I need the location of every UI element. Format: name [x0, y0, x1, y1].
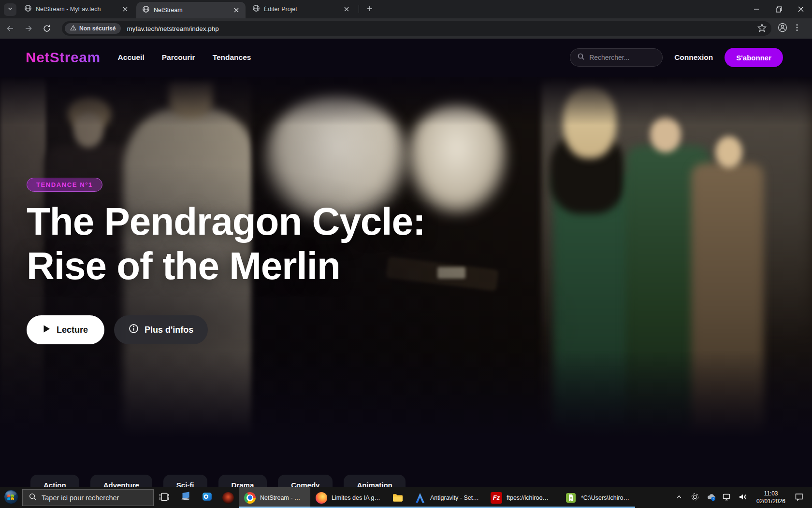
globe-favicon-icon — [24, 4, 32, 14]
taskbar-search-input[interactable] — [42, 494, 143, 502]
hero-title-line1: The Pendragon Cycle: — [27, 199, 425, 244]
tray-network-button[interactable] — [721, 487, 733, 508]
window-controls — [745, 0, 812, 18]
tab-title: NetStream - MyFav.tech — [36, 6, 117, 13]
firefox-icon — [316, 492, 327, 504]
hero-title: The Pendragon Cycle: Rise of the Merlin — [27, 199, 425, 288]
screen: NetStream - MyFav.tech NetStream Éditer … — [0, 0, 812, 508]
play-button-label: Lecture — [57, 325, 88, 335]
chrome-icon — [244, 492, 256, 504]
window-restore-button[interactable] — [768, 0, 790, 18]
security-badge[interactable]: Non sécurisé — [65, 23, 121, 34]
window-minimize-button[interactable] — [745, 0, 768, 18]
taskbar-app-filezilla[interactable]: Fz ftpes://ichiroo@m... — [485, 487, 560, 508]
filezilla-icon: Fz — [491, 492, 502, 504]
trending-badge: TENDANCE N°1 — [27, 178, 102, 192]
antigravity-icon — [414, 492, 426, 504]
nav-link-tendances[interactable]: Tendances — [213, 53, 251, 62]
toolbar-right — [777, 22, 808, 35]
site-search[interactable] — [570, 48, 663, 67]
taskbar-app-chrome[interactable]: NetStream - Googl... — [239, 487, 310, 508]
taskbar-clock[interactable]: 11:03 02/01/2026 — [753, 490, 789, 505]
tab-close-icon[interactable] — [232, 6, 241, 14]
notepadpp-icon — [565, 492, 577, 504]
tray-expand-button[interactable] — [673, 487, 685, 508]
new-tab-button[interactable] — [363, 3, 376, 16]
login-link[interactable]: Connexion — [674, 53, 713, 62]
pc-icon — [179, 491, 192, 505]
netstream-page: NetStream Accueil Parcourir Tendances Co… — [0, 39, 812, 508]
pinned-app-button[interactable] — [218, 487, 239, 508]
site-nav: Accueil Parcourir Tendances — [118, 53, 251, 62]
more-info-button-label: Plus d'infos — [145, 325, 193, 335]
forward-button[interactable] — [20, 20, 37, 37]
window-close-button[interactable] — [790, 0, 812, 18]
hero-buttons: Lecture Plus d'infos — [27, 315, 425, 344]
tray-meet-now-button[interactable] — [689, 487, 701, 508]
file-explorer-icon — [392, 492, 404, 504]
tab-netstream-myfav[interactable]: NetStream - MyFav.tech — [18, 0, 134, 18]
tab-close-icon[interactable] — [342, 5, 351, 14]
taskbar-app-label: ftpes://ichiroo@m... — [507, 494, 554, 501]
pinned-outlook-button[interactable] — [196, 487, 218, 508]
tab-separator — [359, 5, 359, 13]
play-icon — [43, 325, 50, 335]
task-view-button[interactable] — [154, 487, 175, 508]
nav-link-accueil[interactable]: Accueil — [118, 53, 145, 62]
bookmark-star-icon[interactable] — [757, 23, 767, 34]
back-button[interactable] — [2, 20, 18, 37]
play-button[interactable]: Lecture — [27, 315, 104, 344]
search-icon — [577, 53, 585, 62]
security-badge-label: Non sécurisé — [79, 25, 116, 32]
url-text: myfav.tech/netstream/index.php — [127, 25, 757, 32]
notification-center-button[interactable] — [793, 487, 805, 508]
site-logo[interactable]: NetStream — [26, 49, 101, 66]
system-tray: 11:03 02/01/2026 — [673, 487, 812, 508]
outlook-icon — [201, 491, 213, 505]
info-icon — [129, 324, 139, 336]
pinned-pc-app-button[interactable] — [175, 487, 196, 508]
task-view-icon — [159, 491, 170, 505]
hero-title-line2: Rise of the Merlin — [27, 244, 425, 288]
site-search-input[interactable] — [589, 54, 647, 61]
site-header: NetStream Accueil Parcourir Tendances Co… — [0, 39, 812, 76]
onedrive-cloud-icon — [706, 492, 716, 504]
tab-title: Éditer Projet — [264, 6, 338, 13]
start-button[interactable] — [0, 487, 22, 508]
meet-now-icon — [691, 493, 699, 503]
reload-button[interactable] — [39, 20, 55, 37]
tab-title: NetStream — [154, 7, 228, 14]
chevron-up-icon — [675, 493, 683, 503]
profile-icon[interactable] — [777, 22, 788, 35]
header-right: Connexion S'abonner — [570, 48, 783, 67]
browser-menu-icon[interactable] — [793, 23, 801, 34]
tab-editer-projet[interactable]: Éditer Projet — [246, 0, 356, 18]
volume-icon — [738, 492, 748, 504]
tray-volume-button[interactable] — [737, 487, 749, 508]
hero-content: TENDANCE N°1 The Pendragon Cycle: Rise o… — [27, 178, 425, 344]
globe-favicon-icon — [252, 4, 260, 14]
browser-toolbar: Non sécurisé myfav.tech/netstream/index.… — [0, 18, 812, 39]
subscribe-button[interactable]: S'abonner — [725, 48, 783, 67]
nav-link-parcourir[interactable]: Parcourir — [162, 53, 195, 62]
more-info-button[interactable]: Plus d'infos — [114, 315, 208, 344]
taskbar-app-label: NetStream - Googl... — [260, 494, 305, 501]
tab-netstream-active[interactable]: NetStream — [136, 2, 246, 18]
taskbar-app-label: Limites des IA géné... — [332, 494, 381, 501]
tab-close-icon[interactable] — [121, 5, 130, 14]
globe-favicon-icon — [142, 5, 150, 15]
taskbar-app-firefox[interactable]: Limites des IA géné... — [310, 487, 387, 508]
red-app-icon — [222, 492, 234, 504]
network-display-icon — [722, 492, 732, 504]
tray-onedrive-button[interactable] — [705, 487, 717, 508]
tab-search-button[interactable] — [4, 3, 16, 16]
taskbar-search[interactable] — [22, 489, 154, 506]
plus-icon — [366, 5, 373, 14]
taskbar-app-notepadpp[interactable]: *C:\Users\Ichiroo\... — [560, 487, 635, 508]
taskbar-app-explorer[interactable] — [387, 487, 409, 508]
windows-taskbar: NetStream - Googl... Limites des IA géné… — [0, 487, 812, 508]
taskbar-app-label: Antigravity - Settings — [430, 494, 480, 501]
address-bar[interactable]: Non sécurisé myfav.tech/netstream/index.… — [62, 21, 771, 36]
taskbar-app-label: *C:\Users\Ichiroo\... — [581, 494, 630, 501]
taskbar-app-antigravity[interactable]: Antigravity - Settings — [409, 487, 485, 508]
